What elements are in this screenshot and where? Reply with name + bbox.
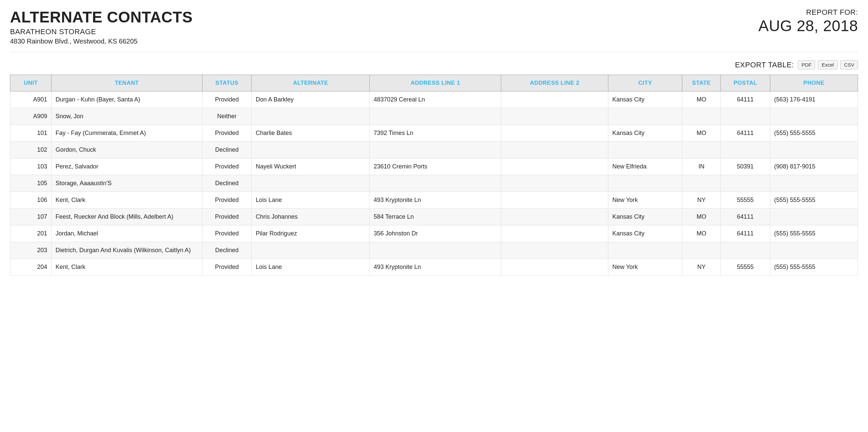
cell-status: Declined: [202, 242, 252, 259]
cell-unit: 201: [10, 225, 52, 242]
cell-addr2: [501, 142, 608, 159]
cell-alternate: Nayeli Wuckert: [252, 159, 369, 175]
col-header-addr1[interactable]: ADDRESS LINE 1: [369, 75, 501, 91]
table-row: 201Jordan, MichaelProvidedPilar Rodrigue…: [10, 225, 858, 242]
cell-addr2: [501, 225, 608, 242]
cell-state: [682, 142, 721, 159]
cell-unit: 101: [10, 125, 52, 142]
cell-addr1: [369, 242, 501, 259]
cell-alternate: Don A Barkley: [252, 91, 369, 108]
export-row: EXPORT TABLE: PDF Excel CSV: [10, 60, 858, 69]
cell-state: MO: [682, 225, 721, 242]
divider: [10, 52, 858, 52]
col-header-tenant[interactable]: TENANT: [51, 75, 202, 91]
header-right: REPORT FOR: AUG 28, 2018: [758, 8, 858, 35]
cell-status: Declined: [202, 175, 252, 192]
cell-status: Declined: [202, 142, 252, 159]
export-csv-button[interactable]: CSV: [840, 60, 858, 69]
cell-city: Kansas City: [608, 209, 682, 225]
cell-tenant: Feest, Ruecker And Block (Mills, Adelber…: [51, 209, 202, 225]
table-row: 105Storage, Aaaaustin'SDeclined: [10, 175, 858, 192]
cell-phone: [770, 108, 858, 125]
col-header-unit[interactable]: UNIT: [10, 75, 52, 91]
table-row: 204Kent, ClarkProvidedLois Lane493 Krypt…: [10, 259, 858, 276]
export-excel-button[interactable]: Excel: [818, 60, 838, 69]
report-title: ALTERNATE CONTACTS: [10, 8, 758, 26]
cell-tenant: Kent, Clark: [51, 259, 202, 276]
cell-postal: 50391: [721, 159, 770, 175]
table-row: 102Gordon, ChuckDeclined: [10, 142, 858, 159]
cell-unit: 103: [10, 159, 52, 175]
cell-status: Provided: [202, 259, 252, 276]
cell-addr1: 493 Kryptonite Ln: [369, 192, 501, 209]
cell-alternate: [252, 242, 369, 259]
cell-addr2: [501, 125, 608, 142]
cell-postal: [721, 242, 770, 259]
cell-status: Provided: [202, 225, 252, 242]
cell-addr1: 4837029 Cereal Ln: [369, 91, 501, 108]
cell-addr2: [501, 159, 608, 175]
cell-status: Provided: [202, 91, 252, 108]
cell-state: [682, 108, 721, 125]
cell-city: New Elfrieda: [608, 159, 682, 175]
cell-addr2: [501, 242, 608, 259]
cell-addr1: [369, 108, 501, 125]
report-for-label: REPORT FOR:: [758, 8, 858, 17]
cell-unit: 107: [10, 209, 52, 225]
cell-status: Provided: [202, 125, 252, 142]
cell-postal: 64111: [721, 91, 770, 108]
cell-alternate: Lois Lane: [252, 192, 369, 209]
report-header: ALTERNATE CONTACTS BARATHEON STORAGE 483…: [10, 8, 858, 45]
col-header-alternate[interactable]: ALTERNATE: [252, 75, 369, 91]
cell-alternate: [252, 108, 369, 125]
cell-state: IN: [682, 159, 721, 175]
cell-postal: 64111: [721, 209, 770, 225]
table-row: 106Kent, ClarkProvidedLois Lane493 Krypt…: [10, 192, 858, 209]
cell-addr1: [369, 142, 501, 159]
cell-tenant: Jordan, Michael: [51, 225, 202, 242]
cell-phone: (555) 555-5555: [770, 192, 858, 209]
col-header-status[interactable]: STATUS: [202, 75, 252, 91]
cell-status: Neither: [202, 108, 252, 125]
cell-addr1: 7392 Times Ln: [369, 125, 501, 142]
cell-phone: (563) 176-4191: [770, 91, 858, 108]
cell-city: [608, 175, 682, 192]
cell-alternate: [252, 142, 369, 159]
cell-phone: [770, 209, 858, 225]
cell-unit: A909: [10, 108, 52, 125]
cell-unit: A901: [10, 91, 52, 108]
cell-tenant: Durgan - Kuhn (Bayer, Santa A): [51, 91, 202, 108]
cell-state: MO: [682, 209, 721, 225]
cell-status: Provided: [202, 159, 252, 175]
col-header-addr2[interactable]: ADDRESS LINE 2: [501, 75, 608, 91]
cell-postal: 55555: [721, 259, 770, 276]
cell-alternate: [252, 175, 369, 192]
cell-alternate: Pilar Rodriguez: [252, 225, 369, 242]
cell-addr1: 356 Johnston Dr: [369, 225, 501, 242]
table-row: 203Dietrich, Durgan And Kuvalis (Wilkins…: [10, 242, 858, 259]
cell-state: NY: [682, 259, 721, 276]
cell-unit: 102: [10, 142, 52, 159]
cell-state: [682, 242, 721, 259]
export-pdf-button[interactable]: PDF: [798, 60, 815, 69]
cell-postal: 55555: [721, 192, 770, 209]
col-header-state[interactable]: STATE: [682, 75, 721, 91]
table-header-row: UNIT TENANT STATUS ALTERNATE ADDRESS LIN…: [10, 75, 858, 91]
cell-addr2: [501, 209, 608, 225]
cell-tenant: Storage, Aaaaustin'S: [51, 175, 202, 192]
cell-postal: 64111: [721, 225, 770, 242]
col-header-phone[interactable]: PHONE: [770, 75, 858, 91]
cell-addr1: 493 Kryptonite Ln: [369, 259, 501, 276]
col-header-postal[interactable]: POSTAL: [721, 75, 770, 91]
cell-addr2: [501, 91, 608, 108]
cell-addr2: [501, 192, 608, 209]
cell-addr2: [501, 175, 608, 192]
cell-state: NY: [682, 192, 721, 209]
cell-tenant: Snow, Jon: [51, 108, 202, 125]
cell-postal: 64111: [721, 125, 770, 142]
cell-addr1: 584 Terrace Ln: [369, 209, 501, 225]
header-left: ALTERNATE CONTACTS BARATHEON STORAGE 483…: [10, 8, 758, 45]
table-row: A909Snow, JonNeither: [10, 108, 858, 125]
col-header-city[interactable]: CITY: [608, 75, 682, 91]
cell-phone: [770, 142, 858, 159]
